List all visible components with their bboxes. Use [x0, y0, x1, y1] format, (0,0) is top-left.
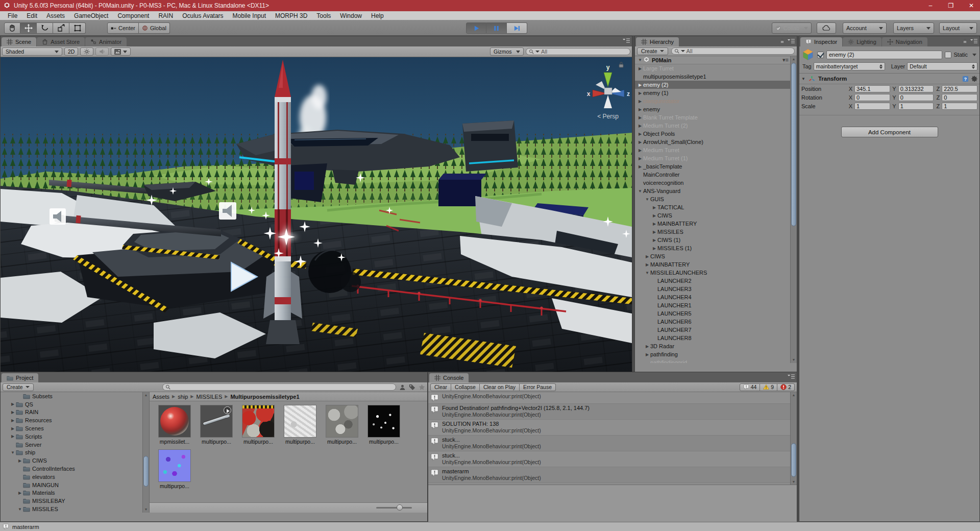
hierarchy-item[interactable]: ▼GUIS — [635, 195, 797, 203]
position-y-field[interactable]: 0.313232 — [898, 85, 934, 92]
scale-z-field[interactable]: 1 — [942, 103, 977, 110]
hierarchy-item[interactable]: LAUNCHER6 — [635, 318, 797, 326]
minimize-button[interactable]: – — [924, 2, 937, 9]
menu-rain[interactable]: RAIN — [154, 12, 178, 19]
layout-dropdown[interactable]: Layout — [939, 22, 977, 34]
pause-button[interactable] — [486, 22, 507, 34]
console-message[interactable]: Found Destination! pathfinding+Vector2I … — [428, 404, 797, 420]
fold-arrow-icon[interactable]: ▶ — [644, 352, 650, 357]
menu-file[interactable]: File — [3, 12, 22, 19]
project-search-input[interactable] — [162, 383, 396, 391]
console-clear-on-play-button[interactable]: Clear on Play — [480, 383, 520, 391]
account-dropdown[interactable]: Account — [843, 22, 887, 34]
fold-arrow-icon[interactable]: ▼ — [644, 197, 650, 202]
project-tree-item[interactable]: ▶CIWS — [1, 456, 149, 465]
tab-console[interactable]: Console — [429, 373, 469, 382]
hierarchy-item[interactable]: ▶Object Pools — [635, 130, 797, 138]
rect-tool-button[interactable] — [69, 22, 86, 34]
scroll-down-arrow[interactable]: ▼ — [143, 506, 149, 513]
position-z-field[interactable]: 220.5 — [942, 85, 977, 92]
step-button[interactable] — [507, 22, 527, 34]
scale-y-field[interactable]: 1 — [898, 103, 934, 110]
panel-menu-icon[interactable] — [970, 39, 977, 43]
breadcrumb-missiles[interactable]: MISSILES — [197, 394, 223, 400]
hierarchy-item[interactable]: ▶CIWS — [635, 252, 797, 260]
project-tree-item[interactable]: MAINGUN — [1, 481, 149, 489]
tab-asset-store[interactable]: Asset Store — [37, 37, 85, 46]
tab-hierarchy[interactable]: Hierarchy — [636, 37, 679, 46]
menu-window[interactable]: Window — [335, 12, 366, 19]
scrollbar-thumb[interactable] — [143, 456, 149, 487]
scrollbar-thumb[interactable] — [791, 63, 796, 226]
fold-arrow-icon[interactable]: ▶ — [637, 156, 643, 161]
hierarchy-item[interactable]: ▶Medium Turret (1) — [635, 154, 797, 162]
hierarchy-item[interactable]: LAUNCHER3 — [635, 285, 797, 293]
fold-arrow-icon[interactable]: ▶ — [637, 66, 643, 71]
project-tree-item[interactable]: ControlInterfaces — [1, 465, 149, 473]
scroll-up-arrow[interactable]: ▲ — [791, 392, 797, 398]
console-message[interactable]: stuck...UnityEngine.MonoBehaviour:print(… — [428, 451, 797, 467]
fold-arrow-icon[interactable]: ▶ — [10, 410, 16, 415]
gear-icon[interactable] — [971, 76, 977, 82]
hierarchy-item[interactable]: ▼ANS-Vanguard — [635, 187, 797, 195]
tab-inspector[interactable]: Inspector — [800, 37, 842, 46]
fold-arrow-icon[interactable]: ▶ — [10, 418, 16, 423]
project-tree-item[interactable]: ▶Scripts — [1, 432, 149, 441]
tab-scene[interactable]: Scene — [2, 37, 36, 46]
fold-arrow-icon[interactable]: ▶ — [637, 148, 643, 153]
error-count-badge[interactable]: 2 — [777, 383, 795, 391]
console-message[interactable]: masterarmUnityEngine.MonoBehaviour:print… — [428, 467, 797, 483]
tag-dropdown[interactable]: mainbatterytarget — [814, 62, 885, 70]
gizmos-dropdown[interactable]: Gizmos — [490, 47, 524, 56]
fold-arrow-icon[interactable]: ▶ — [651, 238, 657, 243]
menu-component[interactable]: Component — [113, 12, 154, 19]
close-button[interactable]: ✕ — [965, 2, 978, 9]
info-count-badge[interactable]: 44 — [740, 383, 761, 391]
hierarchy-item[interactable]: LAUNCHER5 — [635, 309, 797, 318]
hierarchy-item[interactable]: ▶enemy (1) — [635, 89, 797, 97]
fold-arrow-icon[interactable]: ▼ — [10, 450, 16, 455]
active-checkbox[interactable] — [817, 52, 824, 58]
fold-arrow-icon[interactable]: ▶ — [644, 262, 650, 267]
fold-arrow-icon[interactable]: ▶ — [637, 91, 643, 95]
fold-arrow-icon[interactable]: ▶ — [651, 222, 657, 226]
rotation-x-field[interactable]: 0 — [854, 94, 890, 101]
hierarchy-item[interactable]: MainController — [635, 171, 797, 179]
move-tool-button[interactable] — [20, 22, 37, 34]
project-tree-item[interactable]: Server — [1, 441, 149, 449]
hierarchy-item[interactable]: ▶enemy (2) — [635, 81, 797, 89]
fold-arrow-icon[interactable]: ▶ — [637, 140, 643, 144]
cloud-button[interactable] — [817, 22, 836, 34]
asset-item[interactable]: multipurpo... — [368, 405, 400, 445]
fold-arrow-icon[interactable]: ▶ — [651, 205, 657, 210]
hierarchy-item[interactable]: ▶3D Radar — [635, 342, 797, 350]
hand-tool-button[interactable] — [4, 22, 20, 34]
static-checkbox[interactable] — [945, 52, 951, 58]
scene-panel-menu[interactable] — [623, 38, 630, 43]
asset-item[interactable]: multipurpo... — [326, 405, 358, 445]
play-button[interactable] — [466, 22, 486, 34]
fold-arrow-icon[interactable]: ▼ — [644, 271, 650, 275]
scale-tool-button[interactable] — [53, 22, 69, 34]
project-tree-item[interactable]: ▶Materials — [1, 489, 149, 497]
hierarchy-item[interactable]: ▶Medium Turret (2) — [635, 122, 797, 130]
panel-menu-icon[interactable] — [788, 374, 795, 379]
fold-arrow-icon[interactable]: ▶ — [651, 246, 657, 251]
help-icon[interactable] — [962, 76, 969, 82]
menu-help[interactable]: Help — [366, 12, 388, 19]
console-clear-button[interactable]: Clear — [430, 383, 451, 391]
fold-arrow-icon[interactable]: ▶ — [637, 115, 643, 120]
project-tree-item[interactable]: ▶Resources — [1, 416, 149, 424]
scrollbar-thumb[interactable] — [791, 443, 796, 477]
hierarchy-item[interactable]: LAUNCHER4 — [635, 293, 797, 301]
menu-mobile-input[interactable]: Mobile Input — [228, 12, 271, 19]
console-message[interactable]: stuck...UnityEngine.MonoBehaviour:print(… — [428, 436, 797, 451]
console-message[interactable]: SOLUTION PATH: 138UnityEngine.MonoBehavi… — [428, 420, 797, 436]
static-dropdown-icon[interactable] — [972, 54, 976, 56]
tab-project[interactable]: Project — [2, 373, 38, 382]
hierarchy-item[interactable]: ▶MAINBATTERY — [635, 260, 797, 269]
asset-item[interactable]: multipurpo... — [159, 450, 190, 489]
menu-assets[interactable]: Assets — [42, 12, 69, 19]
hierarchy-item[interactable]: ▶Medium Turret — [635, 146, 797, 154]
menu-oculus-avatars[interactable]: Oculus Avatars — [178, 12, 228, 19]
